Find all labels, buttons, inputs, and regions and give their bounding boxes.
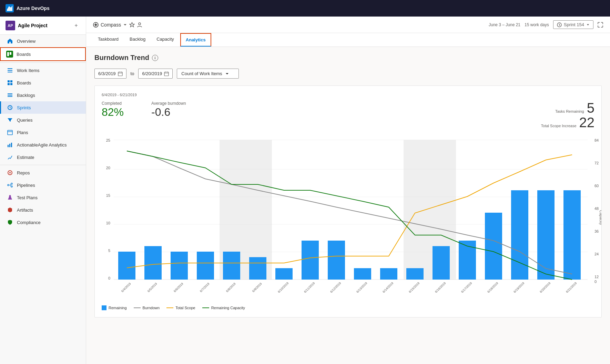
sidebar-item-workitems-label: Work Items bbox=[17, 68, 40, 73]
top-bar: Azure DevOps bbox=[0, 0, 610, 17]
sidebar-item-pipelines[interactable]: Pipelines bbox=[0, 179, 86, 191]
completed-stat: Completed 82% bbox=[102, 101, 124, 119]
boards-icon bbox=[6, 51, 13, 58]
sidebar-item-testplans[interactable]: Test Plans bbox=[0, 191, 86, 204]
date-to-input[interactable]: 6/20/2019 bbox=[138, 69, 173, 79]
bar-2 bbox=[171, 252, 188, 280]
bar-12 bbox=[433, 246, 450, 280]
svg-text:Capacity: Capacity bbox=[599, 210, 601, 225]
workitems-icon bbox=[7, 67, 13, 74]
shield-icon bbox=[7, 219, 13, 226]
tasks-remaining-value: 5 bbox=[587, 101, 594, 115]
bar-17 bbox=[563, 190, 581, 280]
avg-burndown-value: -0.6 bbox=[151, 106, 186, 119]
page-title: Burndown Trend bbox=[94, 54, 149, 62]
estimate-icon bbox=[7, 154, 13, 161]
legend-total-scope: Total Scope bbox=[166, 306, 195, 310]
svg-rect-10 bbox=[10, 83, 12, 85]
star-icon[interactable] bbox=[129, 22, 135, 28]
legend-burndown: Burndown bbox=[134, 306, 160, 310]
legend-total-scope-color bbox=[166, 307, 173, 308]
svg-text:84: 84 bbox=[594, 138, 599, 142]
filter-row: 6/3/2019 to 6/20/2019 Count of Work Item… bbox=[94, 69, 602, 79]
sidebar-item-boards-label: Boards bbox=[17, 52, 31, 57]
bar-10 bbox=[380, 268, 397, 280]
sidebar-item-overview[interactable]: Overview bbox=[0, 35, 86, 47]
metric-dropdown[interactable]: Count of Work Items bbox=[177, 69, 239, 79]
sidebar-item-workitems[interactable]: Work Items bbox=[0, 64, 86, 77]
date-from-input[interactable]: 6/3/2019 bbox=[94, 69, 126, 79]
chart-svg-container: 25 20 15 10 5 0 84 72 60 48 36 24 12 bbox=[102, 135, 594, 301]
chart-icon bbox=[7, 141, 13, 148]
svg-text:6/10/2019: 6/10/2019 bbox=[277, 281, 289, 293]
svg-text:6/12/2019: 6/12/2019 bbox=[329, 281, 342, 293]
bar-5 bbox=[249, 257, 266, 280]
notification-icon bbox=[557, 22, 562, 27]
tab-analytics[interactable]: Analytics bbox=[180, 33, 211, 47]
svg-text:6/19/2019: 6/19/2019 bbox=[513, 281, 525, 293]
pipeline-icon bbox=[7, 182, 13, 189]
bar-3 bbox=[197, 252, 214, 280]
svg-text:6/18/2019: 6/18/2019 bbox=[487, 281, 499, 293]
avg-burndown-label: Average burndown bbox=[151, 101, 186, 106]
chart-legend: Remaining Burndown Total Scope Remaining… bbox=[102, 305, 594, 310]
svg-point-22 bbox=[11, 186, 12, 187]
app-logo[interactable]: Azure DevOps bbox=[6, 4, 50, 12]
svg-text:60: 60 bbox=[594, 184, 599, 188]
sidebar-item-sprints[interactable]: Sprints bbox=[0, 101, 86, 114]
svg-text:24: 24 bbox=[594, 252, 599, 256]
sidebar-item-repos[interactable]: Repos bbox=[0, 166, 86, 179]
avatar: AP bbox=[6, 21, 15, 30]
svg-rect-9 bbox=[8, 83, 10, 85]
project-header: AP Agile Project + bbox=[0, 17, 86, 35]
svg-rect-7 bbox=[8, 80, 10, 82]
chart-period: 6/4/2019 - 6/21/2019 bbox=[102, 93, 594, 97]
compass-label: Compass bbox=[101, 22, 121, 28]
bar-4 bbox=[223, 252, 240, 280]
person-icon bbox=[137, 22, 142, 28]
sidebar-item-plans[interactable]: Plans bbox=[0, 126, 86, 139]
sidebar-item-boards[interactable]: Boards bbox=[0, 47, 86, 61]
sprint-selector[interactable]: Sprint 154 bbox=[553, 20, 593, 29]
svg-text:6/15/2019: 6/15/2019 bbox=[408, 281, 420, 293]
logo-icon bbox=[6, 4, 14, 12]
work-days: 15 work days bbox=[525, 22, 549, 27]
legend-burndown-label: Burndown bbox=[143, 306, 160, 310]
tab-backlog[interactable]: Backlog bbox=[125, 33, 150, 47]
tab-taskboard[interactable]: Taskboard bbox=[93, 33, 123, 47]
sprint-chevron-icon bbox=[586, 23, 590, 27]
svg-rect-6 bbox=[8, 72, 12, 72]
svg-rect-12 bbox=[8, 95, 12, 95]
sidebar-item-artifacts[interactable]: Artifacts bbox=[0, 204, 86, 216]
tasks-remaining-label: Tasks Remaining bbox=[555, 109, 584, 113]
chart-container: 6/4/2019 - 6/21/2019 Completed 82% Avera… bbox=[94, 85, 602, 317]
subheader: Compass June 3 – June 21 15 work days Sp… bbox=[86, 17, 610, 33]
sidebar-item-compliance[interactable]: Compliance bbox=[0, 216, 86, 229]
test-icon bbox=[7, 194, 13, 201]
legend-remaining: Remaining bbox=[102, 305, 127, 310]
sidebar-item-actionable-label: ActionableAgile Analytics bbox=[17, 142, 67, 148]
add-project-button[interactable]: + bbox=[72, 21, 80, 30]
sidebar-item-actionable[interactable]: ActionableAgile Analytics bbox=[0, 139, 86, 151]
svg-text:48: 48 bbox=[594, 206, 599, 211]
svg-text:15: 15 bbox=[106, 193, 110, 198]
expand-icon[interactable] bbox=[598, 22, 603, 28]
info-icon[interactable]: i bbox=[152, 55, 158, 61]
svg-marker-0 bbox=[7, 6, 12, 11]
sidebar-item-backlogs[interactable]: Backlogs bbox=[0, 89, 86, 101]
bar-15 bbox=[511, 190, 528, 280]
svg-rect-13 bbox=[8, 96, 12, 97]
sidebar-item-estimate[interactable]: Estimate bbox=[0, 151, 86, 163]
avg-burndown-stat: Average burndown -0.6 bbox=[151, 101, 186, 119]
legend-burndown-color bbox=[134, 307, 141, 308]
sidebar-item-boards-sub[interactable]: Boards bbox=[0, 77, 86, 89]
sidebar-item-sprints-label: Sprints bbox=[17, 105, 31, 110]
sprint-icon bbox=[7, 104, 13, 111]
svg-rect-28 bbox=[164, 72, 169, 76]
svg-point-19 bbox=[9, 172, 11, 173]
bar-0 bbox=[118, 252, 135, 280]
tab-capacity[interactable]: Capacity bbox=[152, 33, 179, 47]
home-icon bbox=[7, 38, 13, 44]
sidebar-item-queries[interactable]: Queries bbox=[0, 114, 86, 126]
total-scope-label: Total Scope Increase bbox=[541, 124, 577, 128]
